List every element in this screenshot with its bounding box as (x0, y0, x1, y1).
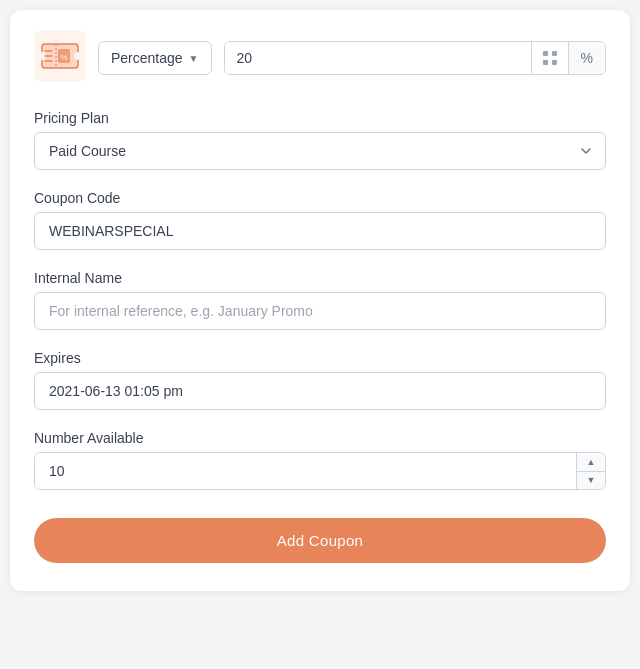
discount-type-dropdown[interactable]: Percentage ▼ (98, 41, 212, 75)
expires-input[interactable] (34, 372, 606, 410)
discount-value-wrapper: % (224, 41, 606, 75)
svg-text:%: % (60, 53, 67, 62)
svg-rect-12 (543, 60, 548, 65)
coupon-form-card: % Percentage ▼ % (10, 10, 630, 591)
svg-rect-13 (552, 60, 557, 65)
add-coupon-button[interactable]: Add Coupon (34, 518, 606, 563)
coupon-code-group: Coupon Code (34, 190, 606, 250)
coupon-code-input[interactable] (34, 212, 606, 250)
pricing-plan-select[interactable]: Free Paid Course Subscription (34, 132, 606, 170)
coupon-icon: % (34, 30, 86, 82)
number-available-label: Number Available (34, 430, 606, 446)
discount-top-row: % Percentage ▼ % (34, 30, 606, 86)
percent-symbol: % (568, 42, 605, 74)
pricing-plan-label: Pricing Plan (34, 110, 606, 126)
svg-rect-10 (543, 51, 548, 56)
number-available-group: Number Available ▲ ▼ (34, 430, 606, 490)
svg-point-3 (74, 52, 82, 60)
stepper-up-button[interactable]: ▲ (577, 453, 605, 472)
expires-group: Expires (34, 350, 606, 410)
coupon-code-label: Coupon Code (34, 190, 606, 206)
chevron-down-icon: ▼ (189, 53, 199, 64)
number-available-wrapper: ▲ ▼ (34, 452, 606, 490)
internal-name-group: Internal Name (34, 270, 606, 330)
svg-rect-11 (552, 51, 557, 56)
expires-label: Expires (34, 350, 606, 366)
discount-type-label: Percentage (111, 50, 183, 66)
pricing-plan-group: Pricing Plan Free Paid Course Subscripti… (34, 110, 606, 170)
internal-name-input[interactable] (34, 292, 606, 330)
stepper-buttons: ▲ ▼ (576, 453, 605, 489)
grid-icon[interactable] (531, 42, 568, 74)
stepper-down-button[interactable]: ▼ (577, 472, 605, 490)
number-available-input[interactable] (35, 453, 576, 489)
internal-name-label: Internal Name (34, 270, 606, 286)
discount-value-input[interactable] (225, 42, 531, 74)
coupon-icon-wrapper: % (34, 30, 86, 86)
